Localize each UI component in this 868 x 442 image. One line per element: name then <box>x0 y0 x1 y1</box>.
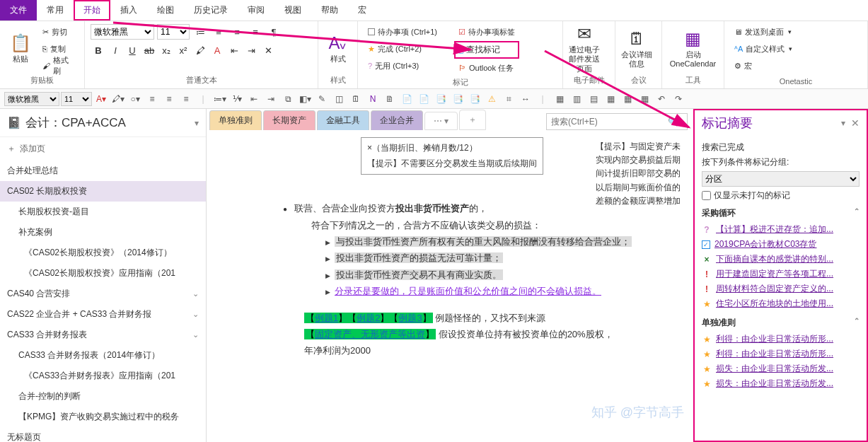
search-box[interactable]: 🔍▾ <box>546 113 688 130</box>
strike-button[interactable]: ab <box>141 42 157 58</box>
menu-review[interactable]: 审阅 <box>238 0 274 21</box>
todo-label-button[interactable]: ☑待办事项标签 <box>454 24 519 40</box>
nav-item[interactable]: CAS40 合营安排⌄ <box>0 284 206 304</box>
menu-view[interactable]: 视图 <box>274 0 311 21</box>
subscript-button[interactable]: x₂ <box>158 42 174 58</box>
meeting-button[interactable]: 🗓会议详细信息 <box>621 24 652 74</box>
qat-font-color[interactable]: A▾ <box>93 92 109 106</box>
qat-t1[interactable]: ▥ <box>569 92 584 106</box>
tag-item[interactable]: ★利得：由企业非日常活动所形... <box>702 347 860 361</box>
nav-item[interactable]: CAS33 合并财务报表⌄ <box>0 325 206 345</box>
tag-none-button[interactable]: ?无用 (Ctrl+3) <box>364 58 441 74</box>
tag-group-header[interactable]: 单独准则⌃ <box>702 317 860 329</box>
qat-pg4[interactable]: 📑 <box>450 92 465 106</box>
menu-start[interactable]: 开始 <box>74 0 110 21</box>
qat-highlight[interactable]: 🖍▾ <box>110 92 126 106</box>
italic-button[interactable]: I <box>108 42 123 58</box>
qat-numbers[interactable]: ⅟▾ <box>229 92 245 106</box>
link-ex1[interactable]: 例题1 <box>315 313 338 323</box>
qat-t4[interactable]: ▦ <box>620 92 635 106</box>
tag-item[interactable]: ✓2019CPA会计教材C03存货 <box>702 237 860 252</box>
qat-edit[interactable]: ✎ <box>314 92 330 106</box>
notebook-header[interactable]: 📓 会计：CPA+ACCA ▾ <box>0 109 206 137</box>
menu-insert[interactable]: 插入 <box>110 0 147 21</box>
only-unchecked-row[interactable]: 仅显示未打勾的标记 <box>702 190 860 202</box>
indent-right-button[interactable]: ⇥ <box>243 42 259 58</box>
menu-history[interactable]: 历史记录 <box>184 0 238 21</box>
nav-item[interactable]: 合并-控制的判断 <box>0 386 206 407</box>
align-button[interactable]: ≡ <box>229 24 245 40</box>
tag-item[interactable]: ★损失：由企业非日常活动所发... <box>702 376 860 391</box>
font-size-select[interactable]: 11 <box>157 24 190 40</box>
qat-pg3[interactable]: 📑 <box>433 92 449 106</box>
qat-zoom[interactable]: ↔ <box>518 92 533 106</box>
qat-align1[interactable]: ≡ <box>144 92 160 106</box>
tag-link[interactable]: 住宅小区所在地块的土地使用... <box>716 298 860 310</box>
qat-t3[interactable]: ▦ <box>603 92 618 106</box>
menu-common[interactable]: 常用 <box>37 0 74 21</box>
qat-t2[interactable]: ▤ <box>586 92 601 106</box>
pane-menu-icon[interactable]: ▾ <box>841 118 845 128</box>
qat-with[interactable]: ⌗ <box>501 92 516 106</box>
qat-eraser[interactable]: ◫ <box>331 92 347 106</box>
tag-link[interactable]: 下面摘自课本的感觉讲的特别... <box>716 253 860 265</box>
qat-undo[interactable]: ↶ <box>654 92 669 106</box>
tag-item[interactable]: ★住宅小区所在地块的土地使用... <box>702 296 860 311</box>
bullets-button[interactable]: ≔ <box>192 24 208 40</box>
outlook-task-button[interactable]: 🏳Outlook 任务 <box>454 60 519 76</box>
tag-done-button[interactable]: ★完成 (Ctrl+2) <box>364 41 441 57</box>
indent-left-button[interactable]: ⇤ <box>226 42 242 58</box>
qat-color[interactable]: ◧▾ <box>297 92 313 106</box>
font-color-button[interactable]: A <box>209 42 225 58</box>
nav-item[interactable]: CAS02 长期股权投资 <box>0 181 206 202</box>
tag-link[interactable]: 损失：由企业非日常活动所发... <box>716 378 860 390</box>
tag-item[interactable]: !用于建造固定资产等各项工程... <box>702 267 860 281</box>
search-input[interactable] <box>551 117 665 127</box>
tag-link[interactable]: 利得：由企业非日常活动所形... <box>716 333 860 345</box>
nav-item[interactable]: 长期股权投资-题目 <box>0 202 206 222</box>
qat-indent[interactable]: ⇥ <box>263 92 279 106</box>
macro-button[interactable]: ⚙宏 <box>730 58 797 74</box>
qat-align3[interactable]: ≡ <box>178 92 194 106</box>
qat-outdent[interactable]: ⇤ <box>246 92 262 106</box>
nav-item[interactable]: 无标题页 <box>0 427 206 442</box>
custom-style-button[interactable]: ᴬA自定义样式▾ <box>730 41 797 57</box>
add-page-button[interactable]: ＋ 添加页 <box>0 137 206 161</box>
font-family-select[interactable]: 微软雅黑 <box>91 24 154 40</box>
tab-2[interactable]: 长期资产 <box>263 110 316 130</box>
qat-align2[interactable]: ≡ <box>161 92 177 106</box>
nav-item[interactable]: CAS22 企业合并 + CAS33 合并财务报⌄ <box>0 304 206 325</box>
onecalendar-button[interactable]: ▦启动OneCalendar <box>668 24 718 74</box>
find-tags-button[interactable]: ⎙查找标记 <box>454 41 519 59</box>
highlight-button[interactable]: 🖍 <box>192 42 208 58</box>
qat-crop[interactable]: ⧉ <box>280 92 296 106</box>
tab-1[interactable]: 单独准则 <box>209 110 262 130</box>
nav-item[interactable]: 《CAS02长期股权投资》（2014修订） <box>0 243 206 263</box>
tag-group-header[interactable]: 采购循环⌃ <box>702 207 860 219</box>
nav-item[interactable]: CAS33 合并财务报表（2014年修订） <box>0 345 206 366</box>
tag-todo-button[interactable]: 待办事项 (Ctrl+1) <box>364 24 441 40</box>
tab-more[interactable]: ⋯ ▾ <box>424 112 458 130</box>
nav-item[interactable]: 合并处理总结 <box>0 161 206 181</box>
nav-item[interactable]: 【KPMG】资产收购交易实施过程中的税务 <box>0 407 206 427</box>
link-assets[interactable]: 固定资产、无形资产等出资 <box>315 329 425 339</box>
copy-button[interactable]: ⎘复制 <box>38 41 79 57</box>
tag-item[interactable]: ★损失：由企业非日常活动所发... <box>702 361 860 376</box>
tab-4[interactable]: 企业合并 <box>371 110 423 130</box>
tag-item[interactable]: ?【计算】税进不进存货：追加... <box>702 222 860 237</box>
nav-item[interactable]: 《CAS33合并财务报表》应用指南（201 <box>0 366 206 386</box>
qat-t5[interactable]: ▦ <box>637 92 652 106</box>
pilcrow-icon[interactable]: ¶ <box>266 24 282 40</box>
tab-3[interactable]: 金融工具 <box>317 110 369 130</box>
link-ex2[interactable]: 例题2 <box>357 313 380 323</box>
menu-macro[interactable]: 宏 <box>348 0 376 21</box>
tag-item[interactable]: !周转材料符合固定资产定义的... <box>702 281 860 296</box>
numbering-button[interactable]: ≡ <box>211 24 226 40</box>
superscript-button[interactable]: x² <box>175 42 191 58</box>
menu-help[interactable]: 帮助 <box>311 0 348 21</box>
qat-onenote[interactable]: N <box>365 92 381 106</box>
menu-draw[interactable]: 绘图 <box>147 0 184 21</box>
qat-pg1[interactable]: 📄 <box>399 92 415 106</box>
underline-button[interactable]: U <box>125 42 140 58</box>
cut-button[interactable]: ✂剪切 <box>38 24 79 40</box>
